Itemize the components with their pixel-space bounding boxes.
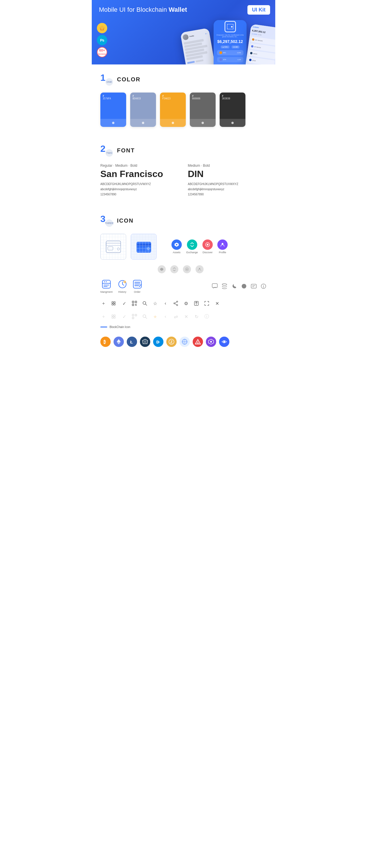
- color-section-header: 1 ONE COLOR: [101, 73, 266, 86]
- zcash-icon: Z: [166, 337, 177, 347]
- svg-rect-40: [112, 302, 113, 303]
- svg-rect-9: [137, 244, 151, 246]
- ethereum-icon: [114, 337, 124, 347]
- font-section-number: 2 TWO: [101, 144, 113, 157]
- ghost-assets-icon: [158, 265, 166, 273]
- share-icon: [173, 300, 179, 307]
- color-swatches: #3574FA #8DA0C8 #F5A623 #666666 #303030: [101, 93, 266, 127]
- svg-point-7: [117, 248, 119, 250]
- font-san-francisco: Regular · Medium · Bold San Francisco AB…: [101, 163, 179, 197]
- phone-mockup-right: myWallet 6,297,502.12 ▲ 4.04312 12-298 B…: [245, 24, 275, 64]
- svg-text:Z: Z: [170, 340, 173, 344]
- plus-icon-faded: ＋: [101, 313, 107, 320]
- svg-line-58: [175, 302, 177, 303]
- order-icon-item: Order: [132, 279, 142, 293]
- svg-rect-8: [137, 242, 151, 253]
- history-icon-item: History: [117, 279, 128, 293]
- svg-point-14: [207, 244, 208, 246]
- svg-point-91: [210, 341, 212, 343]
- sketch-badge: [97, 23, 107, 33]
- loopring-icon: [179, 337, 190, 347]
- font-din: Medium · Bold DIN ABCDEFGHIJKLMNOPQRSTUV…: [188, 163, 266, 197]
- svg-rect-6: [108, 247, 113, 250]
- svg-rect-23: [104, 285, 109, 285]
- svg-point-56: [177, 305, 178, 306]
- avalanche-icon: [193, 337, 203, 347]
- svg-rect-63: [114, 315, 115, 316]
- management-icon-item: Mangment: [101, 279, 113, 293]
- star-icon-faded: ★: [152, 313, 158, 320]
- color-section-number: 1 ONE: [101, 73, 113, 86]
- svg-point-11: [147, 248, 149, 249]
- list-icon: [111, 300, 117, 307]
- discover-icon-item: Discover: [202, 240, 213, 254]
- qr-icon-faded: [131, 313, 138, 320]
- upload-icon: [193, 300, 200, 307]
- misc-icons-group: [211, 283, 266, 289]
- close-icon: ✕: [214, 300, 220, 307]
- svg-point-17: [186, 269, 188, 270]
- svg-rect-4: [106, 241, 121, 253]
- font-section-header: 2 TWO FONT: [101, 144, 266, 157]
- circle-icon: [241, 283, 247, 289]
- colored-wallet-icon: [131, 234, 157, 259]
- svg-text:Ł: Ł: [130, 339, 133, 344]
- redo-icon-faded: ↻: [193, 313, 200, 320]
- profile-icon-item: Profile: [217, 240, 228, 254]
- hero-title: Mobile UI for Blockchain Wallet: [99, 6, 268, 14]
- chevron-left-icon: ‹: [162, 300, 169, 307]
- blockchain-divider: BlockChain Icon: [101, 326, 266, 329]
- svg-rect-30: [135, 285, 139, 286]
- svg-rect-24: [104, 286, 108, 287]
- svg-rect-34: [251, 284, 256, 288]
- svg-rect-49: [133, 305, 133, 305]
- svg-text:₿: ₿: [104, 339, 106, 344]
- svg-point-15: [222, 243, 223, 245]
- svg-rect-62: [112, 315, 113, 316]
- icon-section-header: 3 THREE ICON: [101, 214, 266, 227]
- check-icon: ✓: [121, 300, 127, 307]
- x-icon-faded: ✕: [183, 313, 189, 320]
- svg-rect-20: [102, 283, 110, 284]
- settings-icon: ⚙: [183, 300, 189, 307]
- exchange-icon: [187, 240, 197, 250]
- color-swatch-blue: #3574FA: [101, 93, 126, 127]
- phone-mockup-left: Profile AI...: [180, 28, 217, 64]
- exchange-icon-item: Exchange: [186, 240, 198, 254]
- blueprint-icons-row: Assets Exchange Discover: [101, 234, 266, 259]
- svg-point-92: [223, 341, 225, 343]
- dash-icon: D: [153, 337, 163, 347]
- svg-rect-70: [136, 315, 136, 315]
- color-swatch-gray: #666666: [190, 93, 216, 127]
- ps-badge: Ps: [97, 35, 107, 45]
- font-grid: Regular · Medium · Bold San Francisco AB…: [101, 163, 266, 197]
- ui-kit-badge: UI Kit: [248, 5, 270, 14]
- svg-line-54: [145, 304, 147, 305]
- color-swatch-orange: #F5A623: [160, 93, 186, 127]
- management-icon: [101, 279, 112, 289]
- ghost-profile-icon: [196, 265, 204, 273]
- svg-point-39: [263, 285, 264, 285]
- order-icon: [132, 279, 142, 289]
- litecoin-icon: Ł: [127, 337, 137, 347]
- svg-rect-5: [106, 243, 121, 246]
- svg-point-57: [174, 303, 175, 304]
- qr-icon: [131, 300, 138, 307]
- blueprint-icon-1: [101, 234, 126, 259]
- assets-icon-item: Assets: [171, 240, 182, 254]
- svg-line-73: [145, 317, 147, 318]
- svg-rect-3: [231, 26, 232, 28]
- divider-blue-line: [101, 327, 107, 328]
- check-icon-faded: ✓: [121, 313, 127, 320]
- color-swatch-slate: #8DA0C8: [130, 93, 156, 127]
- chevron-left-icon-faded: ‹: [162, 313, 169, 320]
- assets-icon: [171, 240, 182, 250]
- discover-icon: [202, 240, 213, 250]
- svg-rect-47: [133, 302, 133, 302]
- icon-section: 3 THREE ICON: [92, 206, 275, 355]
- svg-marker-75: [117, 339, 121, 343]
- svg-rect-69: [133, 315, 133, 315]
- ghost-icons-row: [101, 265, 266, 273]
- svg-marker-79: [143, 340, 147, 343]
- chat-icon: [211, 283, 218, 289]
